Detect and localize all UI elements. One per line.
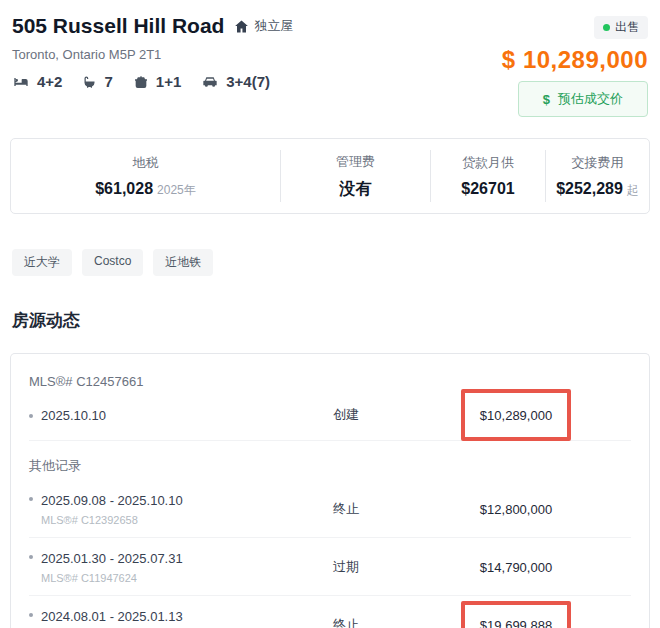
stat-parking-value: 3+4(7) xyxy=(226,73,270,90)
history-row-current: 2025.10.10 创建 $10,289,000 xyxy=(29,389,631,441)
history-row: 2025.09.08 - 2025.10.10 MLS®# C12392658 … xyxy=(29,480,631,538)
house-icon xyxy=(234,19,249,34)
history-date: 2024.08.01 - 2025.01.13 xyxy=(41,609,183,624)
bullet-icon xyxy=(29,613,33,617)
estimate-button-label: 预估成交价 xyxy=(558,90,623,108)
status-badge-label: 出售 xyxy=(615,19,639,36)
summary-value: $252,289起 xyxy=(556,180,639,199)
address: Toronto, Ontario M5P 2T1 xyxy=(12,47,293,62)
bullet-icon xyxy=(29,555,33,559)
history-status: 终止 xyxy=(291,500,401,518)
summary-maintenance-fee: 管理费 没有 xyxy=(281,150,431,202)
property-detail-page: 505 Russell Hill Road 独立屋 Toronto, Ontar… xyxy=(0,0,660,628)
summary-label: 管理费 xyxy=(336,153,375,171)
section-title-listing-history: 房源动态 xyxy=(10,309,650,332)
history-price-cell: $12,800,000 xyxy=(401,500,631,518)
history-row: 2025.01.30 - 2025.07.31 MLS®# C11947624 … xyxy=(29,538,631,596)
dollar-icon: $ xyxy=(543,92,550,107)
history-mls: MLS®# C11947624 xyxy=(41,572,183,584)
stat-bedrooms-value: 4+2 xyxy=(37,73,62,90)
history-price-cell: $19,699,888 xyxy=(401,616,631,628)
history-price-cell: $10,289,000 xyxy=(401,406,631,424)
history-price: $14,790,000 xyxy=(480,560,552,575)
summary-value: 没有 xyxy=(340,179,372,200)
mls-number: MLS®# C12457661 xyxy=(29,372,631,389)
summary-label: 地税 xyxy=(133,154,159,172)
summary-label: 贷款月供 xyxy=(462,154,514,172)
stat-kitchens-value: 1+1 xyxy=(156,73,181,90)
history-status: 创建 xyxy=(291,406,401,424)
tag-near-university[interactable]: 近大学 xyxy=(12,249,72,276)
stat-parking: 3+4(7) xyxy=(201,73,270,90)
property-type: 独立屋 xyxy=(234,17,293,35)
fee-summary-card: 地税 $61,0282025年 管理费 没有 贷款月供 $26701 交接费用 … xyxy=(10,138,650,214)
history-price: $10,289,000 xyxy=(480,408,552,423)
summary-suffix: 2025年 xyxy=(157,183,196,197)
summary-label: 交接费用 xyxy=(572,154,624,172)
kitchen-icon xyxy=(133,74,149,90)
history-price-cell: $14,790,000 xyxy=(401,558,631,576)
car-icon xyxy=(201,74,219,90)
history-status: 终止 xyxy=(291,616,401,628)
property-type-label: 独立屋 xyxy=(254,17,293,35)
stat-kitchens: 1+1 xyxy=(133,73,181,90)
property-stats: 4+2 7 1+1 xyxy=(12,73,293,90)
history-price: $12,800,000 xyxy=(480,502,552,517)
summary-closing-costs: 交接费用 $252,289起 xyxy=(546,150,649,202)
history-price: $19,699,888 xyxy=(480,618,552,628)
history-date: 2025.10.10 xyxy=(41,408,106,423)
history-row: 2024.08.01 - 2025.01.13 MLS®# C9236458 终… xyxy=(29,596,631,628)
listing-price: $ 10,289,000 xyxy=(502,46,648,74)
other-records-label: 其他记录 xyxy=(29,441,631,480)
history-status: 过期 xyxy=(291,558,401,576)
status-badge: 出售 xyxy=(594,16,648,39)
tag-near-subway[interactable]: 近地铁 xyxy=(153,249,213,276)
tag-costco[interactable]: Costco xyxy=(82,249,143,276)
estimate-price-button[interactable]: $ 预估成交价 xyxy=(518,81,648,117)
summary-value: $26701 xyxy=(461,180,514,198)
stat-bathrooms: 7 xyxy=(82,73,112,90)
summary-value: $61,0282025年 xyxy=(95,180,196,199)
listing-history-card: MLS®# C12457661 2025.10.10 创建 $10,289,00… xyxy=(10,353,650,628)
bath-icon xyxy=(82,74,97,90)
history-date: 2025.01.30 - 2025.07.31 xyxy=(41,551,183,566)
bullet-icon xyxy=(29,414,33,418)
header: 505 Russell Hill Road 独立屋 Toronto, Ontar… xyxy=(10,14,650,117)
header-left: 505 Russell Hill Road 独立屋 Toronto, Ontar… xyxy=(12,14,293,90)
summary-monthly-mortgage: 贷款月供 $26701 xyxy=(431,150,546,202)
feature-tags: 近大学 Costco 近地铁 xyxy=(10,249,650,276)
bed-icon xyxy=(12,74,30,90)
history-date: 2025.09.08 - 2025.10.10 xyxy=(41,493,183,508)
header-right: 出售 $ 10,289,000 $ 预估成交价 xyxy=(502,14,648,117)
summary-property-tax: 地税 $61,0282025年 xyxy=(11,150,281,202)
summary-suffix: 起 xyxy=(627,183,639,197)
stat-bedrooms: 4+2 xyxy=(12,73,62,90)
status-dot-icon xyxy=(603,24,610,31)
bullet-icon xyxy=(29,497,33,501)
page-title: 505 Russell Hill Road xyxy=(12,14,224,38)
history-mls: MLS®# C12392658 xyxy=(41,514,183,526)
stat-bathrooms-value: 7 xyxy=(104,73,112,90)
